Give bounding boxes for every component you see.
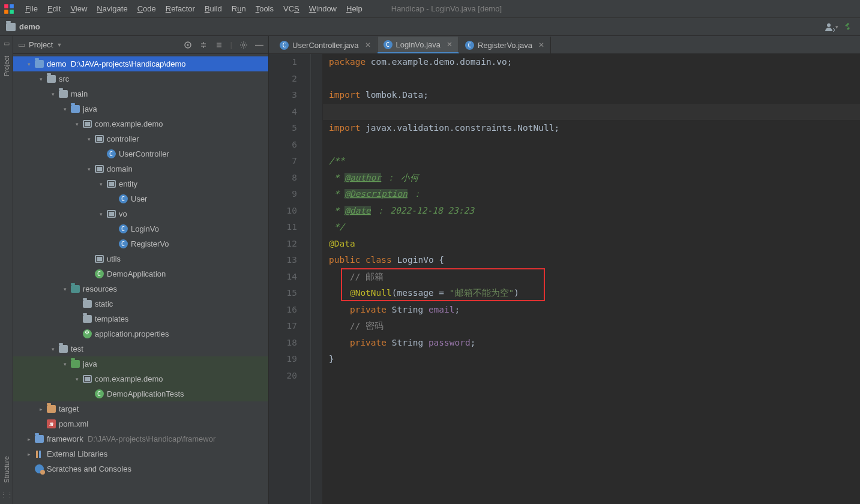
user-icon[interactable]: ▾ [825,22,838,32]
tab-usercontroller[interactable]: CUserController.java✕ [274,37,377,53]
menu-vcs[interactable]: VCS [278,2,304,16]
window-title: Handicap - LoginVo.java [demo] [391,4,502,13]
fold-gutter[interactable] [311,54,323,504]
menu-build[interactable]: Build [200,2,227,16]
tree-node-templates[interactable]: templates [13,311,268,326]
tree-node-package[interactable]: ▾com.example.demo [13,116,268,131]
app-logo-icon [4,4,14,14]
select-opened-file-icon[interactable] [184,41,192,49]
project-header-title[interactable]: Project [29,40,53,49]
menu-help[interactable]: Help [341,2,367,16]
svg-rect-3 [4,10,8,14]
folder-icon [6,23,16,31]
tree-node-vo[interactable]: ▾vo [13,206,268,221]
menu-refactor[interactable]: Refactor [161,2,200,16]
editor-tabs: CUserController.java✕ CLoginVo.java✕ CRe… [269,36,860,54]
menu-file[interactable]: File [20,2,43,16]
editor-area: CUserController.java✕ CLoginVo.java✕ CRe… [269,36,860,504]
project-header: ▭ Project ▼ | — [13,36,268,54]
menu-view[interactable]: View [65,2,92,16]
tree-node-utils[interactable]: utils [13,251,268,266]
structure-stripe-label: Structure [3,454,10,485]
tab-label: LoginVo.java [396,40,441,49]
menu-bar: File Edit View Navigate Code Refactor Bu… [0,0,860,18]
editor-body[interactable]: 1234567891011121314151617181920 package … [269,54,860,504]
tool-stripe-structure[interactable]: Structure ⋮⋮ [0,108,13,504]
tree-node-test[interactable]: ▾test [13,341,268,356]
chevron-down-icon[interactable]: ▼ [56,42,62,48]
close-icon[interactable]: ✕ [365,41,371,49]
menu-tools[interactable]: Tools [251,2,278,16]
svg-point-5 [827,23,831,27]
tree-node-entity[interactable]: ▾entity [13,176,268,191]
tree-node-static[interactable]: static [13,296,268,311]
menu-run[interactable]: Run [227,2,251,16]
breadcrumb[interactable]: demo [19,22,40,31]
tab-label: RegisterVo.java [478,41,532,50]
code-content[interactable]: package com.example.demo.domain.vo; impo… [323,54,860,504]
collapse-all-icon[interactable] [215,41,223,49]
project-tool-window: ▭ Project ▼ | — ▾demo D:\JAVA-projects\H… [13,36,269,504]
tree-node-loginvo[interactable]: CLoginVo [13,221,268,236]
project-stripe-icon: ▭ [4,40,10,47]
gutter[interactable]: 1234567891011121314151617181920 [269,54,311,504]
tree-node-usercontroller[interactable]: CUserController [13,146,268,161]
project-tree[interactable]: ▾demo D:\JAVA-projects\Handicap\demo ▾sr… [13,54,268,504]
tree-node-demo[interactable]: ▾demo D:\JAVA-projects\Handicap\demo [13,56,268,71]
tool-stripe-project[interactable]: ▭ Project [0,36,13,108]
tree-node-resources[interactable]: ▾resources [13,281,268,296]
tab-registervo[interactable]: CRegisterVo.java✕ [459,37,551,53]
tree-node-java[interactable]: ▾java [13,101,268,116]
project-stripe-label: Project [3,53,10,79]
svg-point-7 [187,44,188,46]
tree-node-pom[interactable]: mpom.xml [13,416,268,431]
hide-icon[interactable]: — [255,40,263,50]
tree-node-test-pkg[interactable]: ▾com.example.demo [13,371,268,386]
expand-all-icon[interactable] [199,41,208,49]
tree-node-scratches[interactable]: Scratches and Consoles [13,461,268,476]
svg-rect-2 [10,4,14,8]
tree-node-domain[interactable]: ▾domain [13,161,268,176]
menu-code[interactable]: Code [133,2,161,16]
tree-node-test-class[interactable]: CDemoApplicationTests [13,386,268,401]
svg-point-8 [242,44,245,46]
tree-node-ext-lib[interactable]: ▸External Libraries [13,446,268,461]
navigation-bar: demo ▾ [0,18,860,36]
close-icon[interactable]: ✕ [538,41,544,49]
tree-node-user[interactable]: CUser [13,191,268,206]
tree-node-framework[interactable]: ▸framework D:\JAVA-projects\Handicap\fra… [13,431,268,446]
java-class-icon: C [383,40,392,49]
menu-edit[interactable]: Edit [43,2,65,16]
tree-node-controller[interactable]: ▾controller [13,131,268,146]
tree-node-registervo[interactable]: CRegisterVo [13,236,268,251]
tree-node-test-java[interactable]: ▾java [13,356,268,371]
tab-label: UserController.java [292,41,359,50]
tree-node-demoapp[interactable]: CDemoApplication [13,266,268,281]
tree-node-target[interactable]: ▸target [13,401,268,416]
tab-loginvo[interactable]: CLoginVo.java✕ [377,37,459,53]
menu-navigate[interactable]: Navigate [92,2,132,16]
tree-node-src[interactable]: ▾src [13,71,268,86]
svg-rect-4 [10,10,14,14]
java-class-icon: C [280,41,289,50]
build-icon[interactable] [843,22,854,32]
tree-node-main[interactable]: ▾main [13,86,268,101]
structure-stripe-icon: ⋮⋮ [0,491,13,499]
close-icon[interactable]: ✕ [447,40,453,49]
menu-window[interactable]: Window [304,2,341,16]
java-class-icon: C [465,41,474,50]
gear-icon[interactable] [239,41,248,49]
tree-node-appprops[interactable]: application.properties [13,326,268,341]
svg-rect-1 [4,4,8,8]
project-view-icon: ▭ [18,40,25,49]
